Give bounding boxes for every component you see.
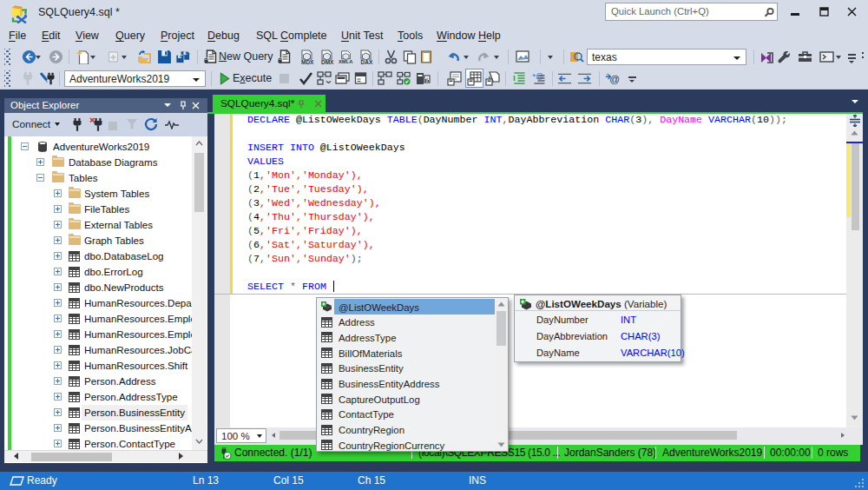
svg-text:*@: *@ — [533, 72, 544, 81]
svg-text:MDX: MDX — [301, 59, 314, 65]
svg-text:DAX: DAX — [361, 59, 373, 65]
svg-text:DMX: DMX — [321, 59, 334, 65]
svg-text:XMLA: XMLA — [339, 59, 353, 64]
svg-text:@: @ — [609, 73, 620, 84]
